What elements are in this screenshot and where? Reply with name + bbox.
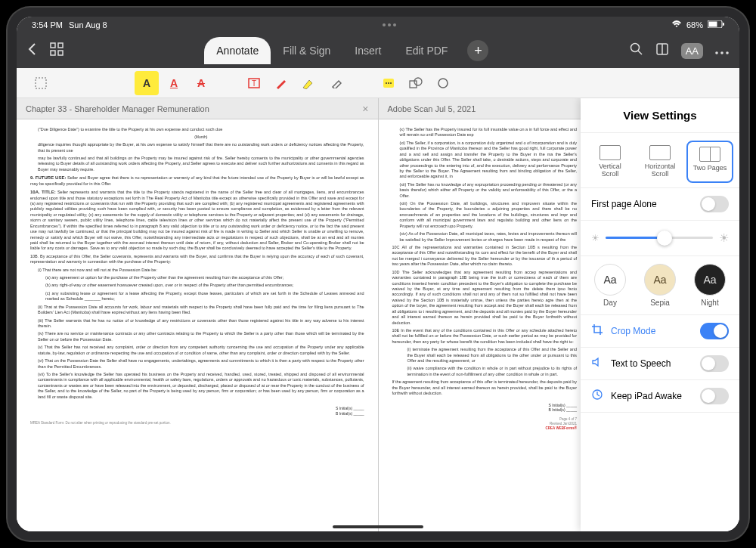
bookmarks-icon[interactable]	[655, 42, 669, 59]
crop-mode-toggle[interactable]	[700, 323, 729, 339]
svg-rect-4	[58, 43, 63, 48]
battery-icon	[708, 20, 724, 30]
theme-day[interactable]: Aa Day	[594, 264, 626, 307]
text-box-tool[interactable]: T	[242, 71, 266, 95]
svg-rect-1	[709, 22, 717, 27]
svg-point-20	[390, 82, 392, 84]
svg-point-11	[715, 51, 718, 54]
layout-vertical-scroll[interactable]: Vertical Scroll	[587, 141, 634, 183]
status-time: 3:54 PM	[32, 20, 63, 29]
brightness-slider[interactable]	[606, 237, 713, 239]
svg-rect-6	[58, 51, 63, 55]
back-button[interactable]	[27, 42, 36, 59]
pen-tool[interactable]	[269, 71, 293, 95]
svg-rect-5	[51, 51, 55, 55]
selection-tool[interactable]	[29, 71, 53, 95]
layout-horizontal-scroll[interactable]: Horizontal Scroll	[637, 141, 683, 183]
more-icon[interactable]	[715, 44, 729, 57]
add-tab-button[interactable]: +	[467, 40, 488, 61]
eraser-tool[interactable]	[324, 71, 348, 95]
home-indicator[interactable]	[333, 525, 423, 528]
underline-tool[interactable]: A	[162, 71, 186, 95]
svg-rect-2	[723, 23, 724, 26]
strikethrough-tool[interactable]: A	[189, 71, 213, 95]
svg-point-19	[388, 82, 389, 84]
wifi-icon	[671, 20, 682, 30]
crop-icon	[591, 324, 603, 338]
brightness-low-icon: ☀	[591, 233, 600, 243]
note-tool[interactable]	[376, 71, 401, 95]
svg-line-8	[638, 51, 642, 54]
awake-icon	[591, 389, 603, 403]
right-doc-title[interactable]: Adobe Scan Jul 5, 2021	[388, 104, 476, 113]
first-page-alone-label: First page Alone	[591, 199, 657, 209]
svg-point-7	[631, 44, 639, 52]
svg-rect-3	[51, 43, 55, 48]
keep-awake-toggle[interactable]	[700, 388, 729, 404]
grid-button[interactable]	[50, 42, 64, 59]
svg-point-13	[726, 51, 729, 54]
svg-point-12	[720, 51, 723, 54]
theme-sepia[interactable]: Aa Sepia	[644, 264, 676, 307]
multitask-dots[interactable]	[383, 23, 396, 26]
svg-rect-14	[36, 78, 46, 88]
status-date: Sun Aug 8	[69, 20, 107, 29]
tab-fill-sign[interactable]: Fill & Sign	[271, 37, 342, 64]
svg-text:T: T	[252, 79, 256, 88]
keep-awake-label: Keep iPad Awake	[611, 391, 682, 401]
circle-tool[interactable]	[431, 71, 455, 95]
tab-edit-pdf[interactable]: Edit PDF	[393, 37, 460, 64]
left-doc-title[interactable]: Chapter 33 - Shareholder Manager Remuner…	[26, 104, 209, 113]
highlight-tool[interactable]: A	[135, 71, 159, 95]
tts-toggle[interactable]	[700, 355, 729, 372]
marker-tool[interactable]	[296, 71, 321, 95]
left-doc-content[interactable]: ("Due Diligence Date") to examine the ti…	[17, 119, 378, 531]
search-icon[interactable]	[630, 42, 643, 59]
layout-two-pages[interactable]: Two Pages	[686, 141, 733, 183]
annotate-toolbar: A A A T	[17, 68, 739, 98]
shapes-tool[interactable]	[404, 71, 428, 95]
first-page-alone-toggle[interactable]	[700, 196, 729, 212]
tab-insert[interactable]: Insert	[342, 37, 393, 64]
tab-annotate[interactable]: Annotate	[204, 37, 271, 64]
svg-point-22	[414, 78, 422, 85]
crop-mode-label: Crop Mode	[611, 326, 655, 336]
view-settings-panel: View Settings Vertical Scroll Horizontal…	[581, 98, 739, 531]
svg-point-23	[438, 79, 448, 88]
theme-night[interactable]: Aa Night	[694, 264, 726, 307]
app-toolbar: Annotate Fill & Sign Insert Edit PDF + A…	[17, 33, 739, 68]
text-settings-button[interactable]: AA	[681, 43, 703, 59]
battery-pct: 68%	[686, 20, 703, 29]
status-bar: 3:54 PM Sun Aug 8 68%	[17, 17, 739, 33]
view-settings-title: View Settings	[581, 98, 739, 133]
speaker-icon	[591, 356, 603, 370]
brightness-high-icon: ☀	[719, 231, 729, 245]
close-left-doc[interactable]: ×	[362, 103, 368, 115]
left-document-pane: Chapter 33 - Shareholder Manager Remuner…	[17, 98, 379, 531]
svg-point-18	[386, 82, 387, 84]
tts-label: Text to Speech	[611, 358, 671, 369]
